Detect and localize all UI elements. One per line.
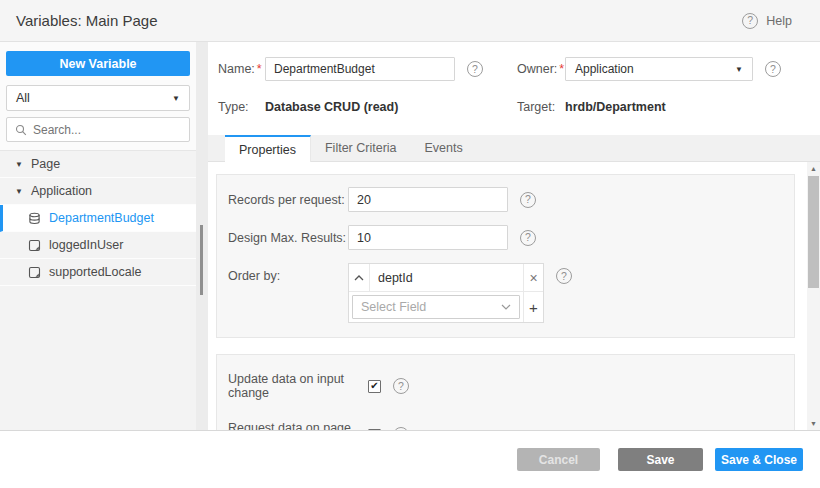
sidebar-scrollbar [196,42,208,430]
order-by-entry: × [349,264,543,291]
dialog-header: Variables: Main Page ? Help [0,0,820,42]
order-by-add-row: Select Field + [349,291,543,322]
help-circle-icon: ? [742,13,758,29]
content-scrollbar: ▲ ▼ [807,162,820,430]
editor-tabs: Properties Filter Criteria Events [208,135,820,162]
content-scrollbar-thumb[interactable] [808,176,819,288]
sort-ascending-toggle[interactable] [349,264,370,291]
records-help-icon[interactable]: ? [520,192,536,208]
variables-sidebar: New Variable All ▼ ▼ Page [0,42,196,430]
type-value: Database CRUD (read) [265,100,517,114]
static-variable-icon [28,239,41,252]
update-on-input-checkbox[interactable]: ✔ [368,380,381,393]
dialog-footer: Cancel Save Save & Close [0,430,820,488]
sidebar-scrollbar-thumb[interactable] [200,225,203,295]
records-per-request-row: Records per request: ? [228,187,794,212]
tree-group-label: Page [31,157,60,171]
update-on-input-row: Update data on input change ✔ ? [228,372,794,400]
scroll-down-button[interactable]: ▼ [807,417,820,430]
search-icon [15,124,27,136]
variable-filter-value: All [16,91,30,105]
name-input[interactable] [265,57,455,81]
tree-item-label: DepartmentBudget [49,211,154,225]
order-by-row: Order by: × [228,263,794,323]
order-by-field-input[interactable] [370,264,523,291]
design-max-results-row: Design Max. Results: ? [228,225,794,250]
variable-meta: Name:* ? Owner:* Application ▼ ? Type: D… [208,42,820,116]
checkmark-icon: ✔ [370,381,378,391]
dropdown-caret-icon: ▼ [735,65,743,74]
help-label: Help [766,14,792,28]
select-field-wrap: Select Field [349,292,523,322]
tree-group-application[interactable]: ▼ Application [0,178,196,205]
required-marker: * [559,62,564,76]
caret-down-icon[interactable]: ▼ [15,160,23,169]
cancel-button[interactable]: Cancel [517,448,600,471]
request-on-load-checkbox[interactable]: ✔ [368,429,381,431]
page-title: Variables: Main Page [16,12,157,29]
dialog-body: New Variable All ▼ ▼ Page [0,42,820,430]
design-max-results-label: Design Max. Results: [228,231,348,245]
records-per-request-input[interactable] [348,187,508,212]
tree-item-label: loggedInUser [49,238,123,252]
required-marker: * [257,62,262,76]
variables-tree: ▼ Page ▼ Application DepartmentBudget [0,150,196,430]
tree-item-departmentbudget[interactable]: DepartmentBudget [0,205,196,232]
tree-item-supportedlocale[interactable]: supportedLocale [0,259,196,286]
data-settings-panel: Records per request: ? Design Max. Resul… [216,174,795,338]
help-link[interactable]: ? Help [742,13,792,29]
caret-down-icon[interactable]: ▼ [15,187,23,196]
add-order-field-button[interactable]: + [523,292,543,322]
order-by-label: Order by: [228,263,348,283]
search-input[interactable] [33,123,181,137]
variables-dialog: Variables: Main Page ? Help New Variable… [0,0,820,488]
variable-search [6,117,190,142]
update-on-input-label: Update data on input change [228,372,368,400]
save-button[interactable]: Save [618,448,703,471]
order-by-widget: × Select Field [348,263,544,323]
tab-events[interactable]: Events [411,135,477,161]
remove-order-field-button[interactable]: × [523,264,543,291]
target-value: hrdb/Department [565,100,666,114]
owner-help-icon[interactable]: ? [765,61,781,77]
chevron-down-icon [501,304,511,310]
owner-label: Owner:* [517,62,565,76]
order-by-help-icon[interactable]: ? [556,268,572,284]
variable-filter-select[interactable]: All ▼ [6,85,190,111]
records-per-request-label: Records per request: [228,193,348,207]
tree-item-label: supportedLocale [49,265,141,279]
design-max-help-icon[interactable]: ? [520,230,536,246]
dropdown-caret-icon: ▼ [172,94,180,103]
save-and-close-button[interactable]: Save & Close [715,448,803,471]
scrollbar-track[interactable] [807,288,820,417]
owner-select[interactable]: Application ▼ [565,57,753,81]
properties-tab-content: Records per request: ? Design Max. Resul… [208,162,820,430]
tree-group-page[interactable]: ▼ Page [0,151,196,178]
update-on-input-help-icon[interactable]: ? [393,378,409,394]
tree-item-loggedinuser[interactable]: loggedInUser [0,232,196,259]
request-on-load-help-icon[interactable]: ? [393,427,409,430]
tab-filter-criteria[interactable]: Filter Criteria [311,135,411,161]
tree-group-label: Application [31,184,92,198]
sidebar-controls: New Variable All ▼ [0,42,196,150]
request-on-load-label: Request data on page load [228,421,368,430]
static-variable-icon [28,266,41,279]
select-field-dropdown[interactable]: Select Field [352,295,520,319]
select-field-placeholder: Select Field [361,300,426,314]
request-on-load-row: Request data on page load ✔ ? [228,421,794,430]
design-max-results-input[interactable] [348,225,508,250]
new-variable-button[interactable]: New Variable [6,51,190,76]
behavior-panel: Update data on input change ✔ ? Request … [216,354,795,430]
name-help-icon[interactable]: ? [467,61,483,77]
variable-editor: Name:* ? Owner:* Application ▼ ? Type: D… [208,42,820,430]
tab-properties[interactable]: Properties [225,135,311,162]
scroll-up-button[interactable]: ▲ [807,162,820,175]
target-label: Target: [517,100,565,114]
meta-row-name-owner: Name:* ? Owner:* Application ▼ ? [218,56,820,82]
owner-select-value: Application [575,62,634,76]
chevron-up-icon [354,275,364,281]
database-crud-variable-icon [28,212,41,225]
meta-row-type-target: Type: Database CRUD (read) Target: hrdb/… [218,98,820,116]
type-label: Type: [218,100,265,114]
name-label: Name:* [218,62,265,76]
